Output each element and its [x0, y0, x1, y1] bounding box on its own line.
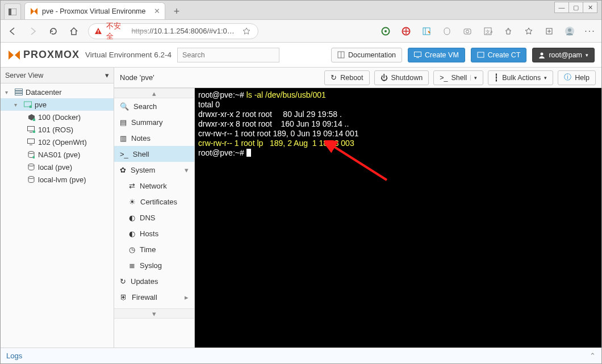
menu-network[interactable]: ⇄Network [114, 178, 194, 194]
chevron-down-icon: ▾ [185, 166, 189, 174]
cube-icon [477, 52, 484, 58]
ext-icon-3[interactable] [421, 26, 432, 37]
tabs-panel-button[interactable] [4, 3, 21, 19]
reload-button[interactable] [47, 25, 60, 37]
menu-dns[interactable]: ◐DNS [114, 210, 194, 225]
globe-icon: ◐ [129, 214, 135, 222]
svg-rect-17 [415, 52, 421, 57]
overflow-menu-icon[interactable]: ··· [584, 26, 596, 37]
svg-point-9 [466, 30, 469, 33]
refresh-icon: ↻ [331, 73, 337, 82]
logs-label: Logs [6, 352, 22, 360]
datacenter-icon [14, 87, 23, 97]
server-icon [23, 100, 32, 109]
bookmark-star-icon[interactable] [241, 25, 253, 37]
user-icon [538, 52, 545, 58]
menu-time[interactable]: ◷Time [114, 241, 194, 257]
svg-point-5 [384, 30, 387, 32]
menu-shell[interactable]: >_Shell [114, 146, 194, 162]
terminal-icon: >_ [440, 74, 448, 82]
node-toolbar: Node 'pve' ↻Reboot ⏻Shutdown >_Shell▾ ┇B… [114, 68, 601, 88]
create-ct-button[interactable]: Create CT [471, 48, 527, 62]
address-bar[interactable]: 不安全 https://10.1.1.254:8006/#v1:0:=n... [88, 23, 258, 39]
certificate-icon: ☀ [129, 198, 136, 206]
menu-summary[interactable]: ▤Summary [114, 114, 194, 130]
menu-firewall[interactable]: ⛨Firewall▸ [114, 289, 194, 305]
proxmox-favicon-icon [30, 7, 39, 16]
list-icon: ≣ [129, 261, 135, 270]
ext-icon-4[interactable] [441, 26, 453, 37]
home-button[interactable] [68, 25, 80, 37]
svg-rect-2 [98, 30, 98, 32]
browser-tabstrip: pve - Proxmox Virtual Environme ✕ + [1, 1, 601, 20]
extensions-icon[interactable] [503, 26, 514, 37]
menu-hosts[interactable]: ◐Hosts [114, 225, 194, 241]
user-menu-button[interactable]: root@pam ▾ [532, 48, 595, 62]
svg-rect-22 [15, 91, 23, 93]
power-icon: ⏻ [381, 74, 388, 82]
window-maximize-button[interactable]: ▢ [568, 2, 583, 13]
menu-system[interactable]: ✿System▾ [114, 162, 194, 178]
svg-rect-19 [478, 52, 484, 57]
monitor-icon [414, 52, 421, 58]
forward-button[interactable] [27, 25, 39, 37]
database-icon [27, 150, 36, 159]
svg-text:文A: 文A [486, 30, 492, 35]
back-button[interactable] [6, 25, 19, 37]
tree-vm-101[interactable]: 101 (ROS) [1, 123, 114, 136]
global-search-input[interactable] [177, 48, 279, 62]
browser-tab[interactable]: pve - Proxmox Virtual Environme ✕ [24, 2, 165, 19]
tree-storage-nas01[interactable]: NAS01 (pve) [1, 148, 114, 161]
note-icon: ▥ [120, 134, 127, 143]
menu-collapse-down[interactable] [114, 308, 194, 319]
tab-close-icon[interactable]: ✕ [154, 7, 160, 15]
ext-icon-2[interactable] [400, 26, 412, 37]
ext-icon-1[interactable] [380, 26, 391, 37]
menu-collapse-up[interactable] [114, 88, 194, 98]
svg-rect-1 [9, 9, 11, 15]
favorites-icon[interactable] [523, 26, 534, 37]
help-icon: ⓘ [564, 73, 571, 82]
tree-datacenter[interactable]: ▾ Datacenter [1, 86, 114, 98]
tree-storage-local[interactable]: local (pve) [1, 161, 114, 173]
menu-search[interactable]: 🔍Search [114, 98, 194, 114]
shell-terminal[interactable]: root@pve:~# ls -al /dev/bus/usb/001 tota… [195, 88, 601, 348]
svg-rect-21 [15, 89, 23, 91]
menu-updates[interactable]: ↻Updates [114, 273, 194, 289]
menu-certificates[interactable]: ☀Certificates [114, 194, 194, 210]
ext-icon-5[interactable] [462, 26, 473, 37]
task-log-bar[interactable]: Logs ⌃ [1, 348, 601, 363]
cube-icon [27, 112, 36, 122]
list-icon: ┇ [494, 73, 499, 82]
chevron-down-icon [152, 309, 156, 318]
tree-storage-local-lvm[interactable]: local-lvm (pve) [1, 173, 114, 186]
window-close-button[interactable]: ✕ [583, 2, 597, 13]
menu-notes[interactable]: ▥Notes [114, 130, 194, 146]
svg-point-25 [30, 106, 32, 108]
warning-icon [94, 27, 102, 35]
tree-node-pve[interactable]: ▾ pve [1, 98, 114, 111]
reboot-button[interactable]: ↻Reboot [324, 70, 369, 85]
collections-icon[interactable] [544, 26, 555, 37]
server-view-selector[interactable]: Server View [1, 68, 114, 83]
node-menu: 🔍Search ▤Summary ▥Notes >_Shell ✿System▾… [114, 88, 195, 348]
svg-point-35 [28, 176, 34, 178]
svg-point-33 [32, 156, 35, 158]
bulk-actions-button[interactable]: ┇Bulk Actions▾ [488, 70, 553, 85]
profile-icon[interactable] [564, 26, 575, 37]
tree-vm-100[interactable]: 100 (Docker) [1, 111, 114, 123]
database-icon [27, 175, 36, 184]
window-minimize-button[interactable]: — [554, 2, 569, 13]
shell-dropdown-button[interactable]: >_Shell▾ [433, 70, 483, 85]
server-view-panel: Server View ▾ Datacenter ▾ pve [1, 68, 114, 348]
book-icon [337, 51, 345, 58]
create-vm-button[interactable]: Create VM [408, 48, 465, 62]
tree-vm-102[interactable]: 102 (OpenWrt) [1, 136, 114, 148]
shutdown-button[interactable]: ⏻Shutdown [374, 70, 429, 85]
menu-syslog[interactable]: ≣Syslog [114, 257, 194, 273]
terminal-cursor [246, 149, 251, 157]
ext-icon-6[interactable]: 文A [482, 26, 494, 37]
help-button[interactable]: ⓘHelp [558, 70, 596, 85]
documentation-button[interactable]: Documentation [331, 48, 402, 62]
new-tab-button[interactable]: + [169, 3, 185, 19]
